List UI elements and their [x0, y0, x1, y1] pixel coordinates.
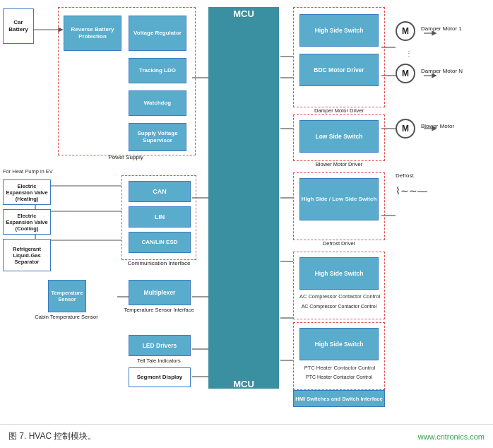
ac-compressor-label: AC Compressor Contactor Control	[293, 304, 385, 309]
motor-symbol-blower: M	[396, 119, 415, 138]
footer: 图 7. HVAC 控制模块。 www.cntronics.com	[0, 424, 493, 448]
blower-motor-label: Blower Motor	[421, 123, 454, 129]
defrost-symbol: ⌇∼∼—	[396, 185, 427, 196]
ac-compressor-group-label: AC Compressor Contactor Control	[295, 293, 384, 300]
segment-display-box: Segment Display	[129, 367, 191, 387]
diagram: Car Battery Power Supply Reverse Battery…	[0, 0, 493, 424]
car-battery-box: Car Battery	[3, 8, 34, 44]
mcu-box	[208, 7, 279, 389]
mcu-top-label: MCU	[226, 8, 261, 19]
damper-motor-1-label: Damper Motor 1	[421, 25, 462, 32]
damper-motor-driver-label: Damper Motor Driver	[293, 107, 385, 114]
cabin-temp-label: Cabin Temperature Sensor	[31, 314, 102, 320]
motor-symbol-1: M	[396, 21, 415, 41]
for-heat-pump-label: For Heat Pump in EV	[3, 168, 59, 175]
hmi-switches-box: HMI Switches and Switch Interface	[293, 390, 385, 407]
damper-motor-n-label: Damper Motor N	[421, 68, 463, 74]
high-side-switch-ptc-box: High Side Switch	[299, 328, 379, 360]
brand-label: www.cntronics.com	[418, 432, 485, 441]
supply-voltage-box: Supply Voltage Supervisor	[129, 123, 186, 151]
high-side-switch-ac-box: High Side Switch	[299, 257, 379, 290]
blower-motor-driver-label: Blower Motor Driver	[293, 161, 385, 167]
motor-symbol-n: M	[396, 64, 415, 83]
mcu-bottom-label: MCU	[226, 379, 261, 389]
defrost-driver-label: Defrost Driver	[293, 240, 385, 247]
led-drivers-box: LED Drivers	[129, 335, 191, 356]
refrigerant-box: Refrigerant Liquid-Gas Separator	[3, 239, 51, 271]
bdc-motor-driver-box: BDC Motor Driver	[299, 54, 379, 86]
lin-box: LIN	[129, 206, 191, 228]
tracking-ldo-box: Tracking LDO	[129, 58, 186, 83]
elec-exp-cooling-box: Electric Expansion Valve (Cooling)	[3, 209, 51, 235]
ptc-group-label: PTC Heater Contactor Control	[295, 365, 384, 371]
can-box: CAN	[129, 181, 191, 202]
can-lin-esd-box: CAN/LIN ESD	[129, 232, 191, 253]
tell-tale-label: Tell Tale Indicators	[121, 358, 196, 364]
watchdog-box: Watchdog	[129, 90, 186, 116]
defrost-label: Defrost	[396, 172, 414, 179]
multiplexer-box: Multiplexer	[129, 280, 191, 305]
power-supply-label: Power Supply	[76, 154, 175, 160]
ptc-heater-label: PTC Heater Contactor Control	[293, 375, 385, 379]
voltage-regulator-box: Voltage Regulator	[129, 16, 186, 51]
high-side-low-side-box: High Side / Low Side Switch	[299, 178, 379, 220]
elec-exp-heating-box: Electric Expansion Valve (Heating)	[3, 179, 51, 205]
reverse-battery-box: Reverse Battery Protection	[64, 16, 121, 51]
high-side-switch-1-box: High Side Switch	[299, 14, 379, 47]
comm-interface-label: Communication Interface	[121, 260, 196, 266]
footer-label: 图 7. HVAC 控制模块。	[8, 430, 96, 442]
low-side-switch-box: Low Side Switch	[299, 120, 379, 153]
ellipsis: ⋮	[405, 49, 414, 57]
temp-sensor-iface-label: Temperature Sensor Interface	[121, 307, 196, 313]
temp-sensor-small-box: Temperature Sensor	[48, 280, 86, 312]
